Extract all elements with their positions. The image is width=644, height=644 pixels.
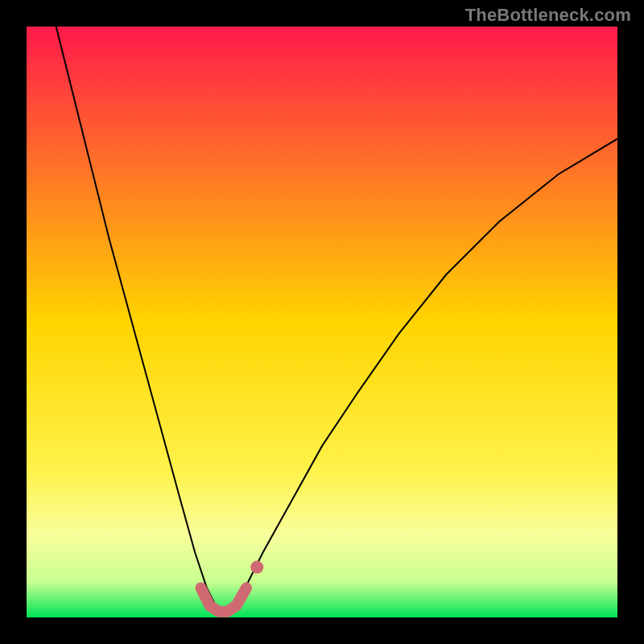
bottleneck-chart: [0, 0, 644, 644]
highlight-dot: [250, 561, 263, 574]
chart-frame: TheBottleneck.com: [0, 0, 644, 644]
gradient-background: [27, 27, 617, 617]
